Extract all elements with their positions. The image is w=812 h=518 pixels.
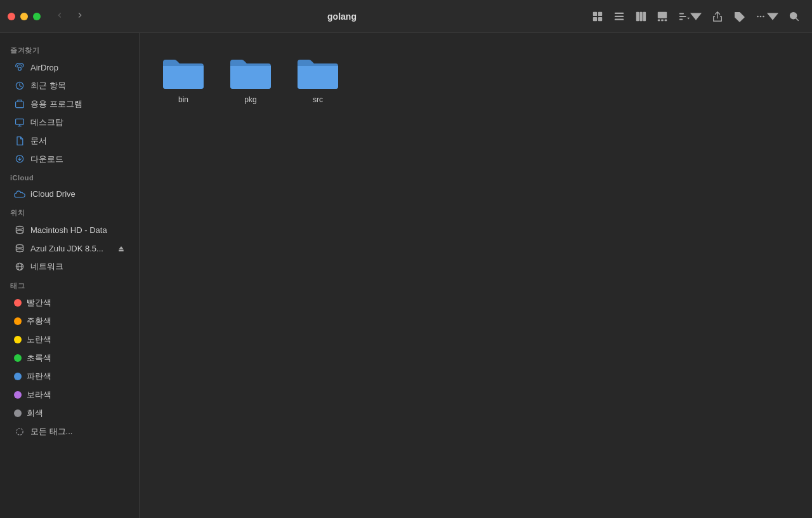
folder-bin-icon <box>160 53 206 91</box>
svg-rect-32 <box>119 250 124 251</box>
sidebar-item-tag-green[interactable]: 초록색 <box>4 349 135 367</box>
forward-button[interactable] <box>71 8 89 25</box>
locations-section-label: 위치 <box>0 203 139 220</box>
tag-orange-label: 주황색 <box>27 315 51 327</box>
close-button[interactable] <box>8 13 15 20</box>
sidebar-item-azul-zulu[interactable]: Azul Zulu JDK 8.5... <box>4 239 135 257</box>
recents-label: 최근 항목 <box>30 80 66 91</box>
sidebar-item-downloads[interactable]: 다운로드 <box>4 150 135 168</box>
svg-rect-16 <box>679 18 683 20</box>
network-label: 네트워크 <box>30 261 63 272</box>
desktop-label: 데스크탑 <box>30 117 63 128</box>
svg-rect-4 <box>615 12 624 13</box>
sidebar-item-tag-yellow[interactable]: 노란색 <box>4 331 135 349</box>
gallery-view-button[interactable] <box>652 8 672 25</box>
svg-rect-15 <box>679 16 686 17</box>
sidebar-item-desktop[interactable]: 데스크탑 <box>4 114 135 131</box>
downloads-icon <box>14 154 25 165</box>
svg-rect-5 <box>615 15 624 17</box>
macintosh-hd-label: Macintosh HD - Data <box>30 225 107 235</box>
disk-eject-icon <box>14 242 25 254</box>
svg-rect-3 <box>598 17 602 20</box>
svg-rect-25 <box>16 102 24 108</box>
tag-blue-label: 파란색 <box>27 371 51 382</box>
svg-point-17 <box>737 13 738 15</box>
documents-label: 문서 <box>30 135 47 147</box>
tag-red-label: 빨간색 <box>27 297 51 309</box>
folder-bin-label: bin <box>178 95 188 104</box>
folder-grid: bin pkg src <box>155 48 797 109</box>
toolbar-right <box>587 8 804 25</box>
share-button[interactable] <box>707 8 728 25</box>
list-view-button[interactable] <box>609 8 629 25</box>
desktop-icon <box>14 117 25 128</box>
tag-yellow-dot <box>14 336 22 343</box>
tag-green-label: 초록색 <box>27 352 51 364</box>
folder-src[interactable]: src <box>289 48 346 109</box>
fullscreen-button[interactable] <box>33 13 41 20</box>
column-view-button[interactable] <box>631 8 651 25</box>
svg-rect-14 <box>679 13 684 14</box>
sidebar-item-airdrop[interactable]: AirDrop <box>4 58 135 76</box>
disk-icon <box>14 224 25 236</box>
all-tags-icon <box>14 426 25 437</box>
svg-rect-9 <box>643 11 646 20</box>
svg-point-36 <box>16 428 23 435</box>
sidebar-item-icloud-drive[interactable]: iCloud Drive <box>4 185 135 203</box>
svg-point-20 <box>763 15 764 17</box>
sidebar-item-macintosh-hd[interactable]: Macintosh HD - Data <box>4 221 135 239</box>
tag-blue-dot <box>14 373 22 380</box>
recents-icon <box>14 80 25 91</box>
svg-rect-7 <box>636 11 639 20</box>
sidebar: 즐겨찾기 AirDrop 최근 항목 <box>0 33 140 518</box>
svg-point-31 <box>16 249 23 252</box>
svg-rect-10 <box>658 11 667 18</box>
sidebar-item-apps[interactable]: 응용 프로그램 <box>4 95 135 113</box>
minimize-button[interactable] <box>20 13 28 20</box>
airdrop-label: AirDrop <box>30 63 58 72</box>
window-title: golang <box>96 11 587 22</box>
eject-icon <box>117 244 125 252</box>
sidebar-item-tag-purple[interactable]: 보라색 <box>4 386 135 404</box>
folder-bin[interactable]: bin <box>155 48 212 109</box>
apps-label: 응용 프로그램 <box>30 98 82 110</box>
sidebar-item-network[interactable]: 네트워크 <box>4 258 135 276</box>
back-button[interactable] <box>51 8 69 25</box>
icloud-section-label: iCloud <box>0 169 139 184</box>
sidebar-item-tag-orange[interactable]: 주황색 <box>4 312 135 330</box>
folder-pkg[interactable]: pkg <box>222 48 279 109</box>
sidebar-item-all-tags[interactable]: 모든 태그... <box>4 423 135 441</box>
tag-purple-dot <box>14 391 22 399</box>
sidebar-item-tag-blue[interactable]: 파란색 <box>4 368 135 385</box>
group-button[interactable] <box>674 8 706 25</box>
main-container: 즐겨찾기 AirDrop 최근 항목 <box>0 33 812 518</box>
tag-button[interactable] <box>729 8 749 25</box>
icloud-icon <box>14 188 25 199</box>
svg-point-29 <box>16 230 23 234</box>
tag-orange-dot <box>14 317 22 325</box>
sidebar-item-tag-red[interactable]: 빨간색 <box>4 294 135 312</box>
icloud-drive-label: iCloud Drive <box>30 189 75 199</box>
svg-point-28 <box>16 226 23 229</box>
content-area: bin pkg src <box>140 33 812 518</box>
search-button[interactable] <box>784 8 804 25</box>
sidebar-item-recents[interactable]: 최근 항목 <box>4 77 135 95</box>
tag-red-dot <box>14 299 22 307</box>
icon-view-button[interactable] <box>587 8 608 25</box>
svg-rect-12 <box>661 19 664 21</box>
svg-point-30 <box>16 244 23 248</box>
svg-rect-0 <box>593 11 597 15</box>
svg-rect-6 <box>615 18 624 20</box>
tags-section-label: 태그 <box>0 276 139 293</box>
sidebar-item-tag-gray[interactable]: 회색 <box>4 404 135 422</box>
svg-rect-1 <box>598 11 602 15</box>
svg-point-19 <box>760 15 762 17</box>
titlebar: golang <box>0 0 812 33</box>
sidebar-item-documents[interactable]: 문서 <box>4 132 135 150</box>
folder-pkg-label: pkg <box>244 95 256 104</box>
tag-purple-label: 보라색 <box>27 389 51 401</box>
tag-yellow-label: 노란색 <box>27 334 51 345</box>
airdrop-icon <box>14 62 25 73</box>
more-actions-button[interactable] <box>750 8 783 25</box>
documents-icon <box>14 135 25 147</box>
